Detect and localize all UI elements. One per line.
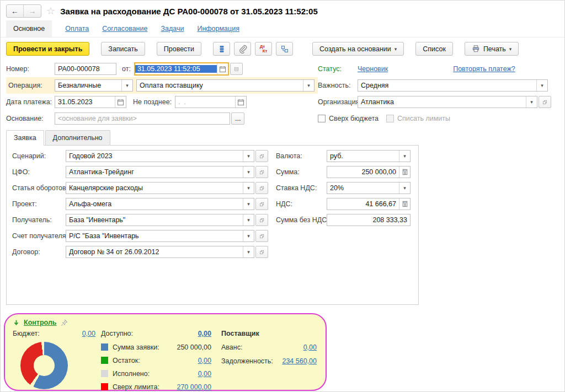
calendar-icon[interactable] [235,96,246,108]
date-input[interactable] [135,65,217,73]
payee-open-button[interactable] [255,214,268,226]
over-budget-checkbox[interactable] [318,115,326,122]
advance-label: Аванс: [221,343,242,351]
dropdown-arrow-icon[interactable]: ▾ [243,214,254,225]
control-link[interactable]: Контроль [24,319,57,326]
dropdown-arrow-icon[interactable]: ▾ [243,151,254,162]
cfo-open-button[interactable] [255,166,268,178]
payee-account-open-button[interactable] [255,230,268,242]
calendar-icon[interactable] [115,96,126,108]
organization-input[interactable] [358,98,526,106]
page-title: Заявка на расходование ДС РА00-000078 от… [60,7,318,16]
contract-open-button[interactable] [255,246,268,258]
tab-additional[interactable]: Дополнительно [45,130,110,145]
importance-input[interactable] [358,82,536,89]
amount-without-vat-input[interactable] [327,216,410,224]
forward-button[interactable]: → [24,5,41,17]
payment-date-input[interactable] [55,98,115,106]
legend-item: Остаток: 0,00 [101,355,211,366]
dropdown-arrow-icon[interactable]: ▾ [243,182,254,194]
register-records-button[interactable] [213,42,230,56]
tab-information[interactable]: Информация [197,25,239,33]
dropdown-arrow-icon[interactable]: ▾ [121,80,132,91]
collapse-arrow-icon[interactable] [13,319,20,326]
vat-rate-label: Ставка НДС: [276,184,327,192]
attachments-button[interactable] [234,42,251,56]
number-input[interactable] [55,65,116,73]
tab-approval[interactable]: Согласование [102,25,147,33]
list-button[interactable]: Список [415,42,453,56]
tab-main[interactable]: Основное [6,20,52,37]
operation-type-field: ▾ [55,79,133,92]
not-later-input[interactable] [175,98,235,106]
scenario-open-button[interactable] [255,150,268,162]
turnover-item-open-button[interactable] [255,182,268,194]
payee-account-label: Счет получателя: [12,232,66,240]
over-limit-value-link[interactable]: 270 000,00 [177,383,211,391]
status-link[interactable]: Черновик [358,65,388,73]
remainder-value-link[interactable]: 0,00 [198,357,211,364]
related-documents-button[interactable] [276,42,293,56]
application-window: ← → ☆ Заявка на расходование ДС РА00-000… [0,0,565,392]
dropdown-arrow-icon[interactable]: ▾ [526,96,537,108]
dropdown-arrow-icon[interactable]: ▾ [399,151,410,162]
calendar-icon[interactable] [217,63,228,74]
not-later-field [175,96,247,108]
calculator-icon[interactable] [399,167,410,178]
project-input[interactable] [66,200,243,208]
back-button[interactable]: ← [7,5,24,17]
chevron-down-icon: ▾ [509,46,512,52]
legend-color-over-limit [101,383,108,390]
scenario-label: Сценарий: [12,152,66,160]
operation-type-input[interactable] [55,82,121,89]
contract-input[interactable] [66,248,243,256]
tab-payment[interactable]: Оплата [65,25,89,33]
dropdown-arrow-icon[interactable]: ▾ [243,230,254,241]
dropdown-arrow-icon[interactable]: ▾ [243,198,254,210]
operation-kind-input[interactable] [137,82,303,89]
payee-input[interactable] [66,216,243,224]
write-off-limits-checkbox [386,115,394,122]
calculator-icon[interactable] [399,198,410,210]
executed-value-link[interactable]: 0,00 [198,370,211,378]
printer-icon [472,45,480,53]
dropdown-arrow-icon[interactable]: ▾ [243,246,254,257]
project-open-button[interactable] [255,198,268,210]
advance-value-link[interactable]: 0,00 [303,343,317,351]
turnover-item-input[interactable] [66,184,243,192]
vat-rate-input[interactable] [327,184,399,192]
amount-input[interactable] [327,168,399,176]
tab-request[interactable]: Заявка [6,130,44,146]
print-button[interactable]: Печать ▾ [465,42,519,56]
cfo-input[interactable] [66,168,243,176]
post-button[interactable]: Провести [157,42,201,56]
basis-more-button[interactable]: ... [231,112,244,125]
scenario-input[interactable] [66,152,243,160]
post-and-close-button[interactable]: Провести и закрыть [6,42,89,56]
title-bar: ← → ☆ Заявка на расходование ДС РА00-000… [1,1,564,20]
tab-tasks[interactable]: Задачи [161,25,184,33]
dropdown-arrow-icon[interactable]: ▾ [303,80,314,91]
budget-value-link[interactable]: 0,00 [82,330,95,337]
currency-input[interactable] [327,152,399,160]
payment-date-label: Дата платежа: [6,98,55,106]
basis-input[interactable] [55,115,230,122]
pin-icon[interactable] [61,319,68,326]
organization-open-button[interactable] [539,96,551,108]
create-based-on-button[interactable]: Создать на основании ▾ [312,42,404,56]
dropdown-arrow-icon[interactable]: ▾ [536,80,547,91]
date-schedule-button[interactable] [230,63,243,75]
request-amount-label: Сумма заявки: [113,343,177,351]
vat-amount-input[interactable] [327,200,399,208]
dropdown-arrow-icon[interactable]: ▾ [399,182,410,194]
dtkt-postings-button[interactable]: ДтКт [255,42,272,56]
debt-value-link[interactable]: 234 560,00 [282,357,317,365]
write-button[interactable]: Записать [101,42,145,56]
favorite-star-icon[interactable]: ☆ [46,6,55,16]
dropdown-arrow-icon[interactable]: ▾ [243,167,254,178]
request-amount-value: 250 000,00 [177,343,211,351]
navigation-tabs: Основное Оплата Согласование Задачи Инфо… [1,20,564,37]
repeat-payment-link[interactable]: Повторять платеж? [453,65,515,73]
available-value-link[interactable]: 0,00 [198,330,211,337]
payee-account-input[interactable] [66,232,243,240]
